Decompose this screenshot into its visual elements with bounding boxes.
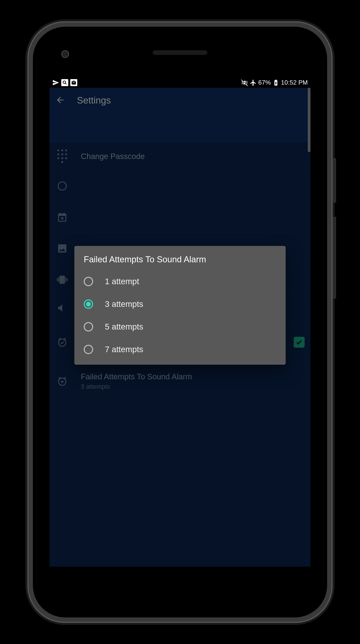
radio-selected-icon <box>84 300 93 309</box>
alarm-checkbox[interactable] <box>294 337 305 348</box>
setting-label: Failed Attempts To Sound Alarm <box>81 372 305 382</box>
airplane-icon <box>250 79 257 86</box>
calendar-delete-icon <box>55 212 69 223</box>
setting-change-passcode[interactable]: Change Passcode <box>50 142 310 170</box>
send-icon <box>52 79 59 86</box>
image-icon <box>55 243 69 254</box>
setting-row-hidden-1[interactable] <box>50 170 310 202</box>
clock-icon <box>55 180 69 192</box>
phone-bezel: 67% 10:52 PM Settings <box>33 27 327 618</box>
app-header: Settings <box>50 88 310 113</box>
search-badge-icon <box>61 79 68 86</box>
radio-label: 1 attempt <box>105 277 139 286</box>
screen: 67% 10:52 PM Settings <box>50 78 310 567</box>
radio-icon <box>84 345 93 354</box>
radio-label: 3 attempts <box>105 300 143 309</box>
setting-label: Change Passcode <box>81 152 305 161</box>
alarm-add-icon <box>55 376 69 387</box>
status-left-icons <box>52 79 77 86</box>
app-content: Settings <box>50 88 310 567</box>
dialog-title: Failed Attempts To Sound Alarm <box>74 254 286 270</box>
setting-row-hidden-2[interactable] <box>50 202 310 233</box>
battery-charging-icon <box>272 79 279 86</box>
status-right: 67% 10:52 PM <box>241 79 308 86</box>
front-camera <box>61 50 69 58</box>
phone-device-frame: 67% 10:52 PM Settings <box>27 21 333 623</box>
radio-label: 5 attempts <box>105 322 143 332</box>
radio-option-5-attempts[interactable]: 5 attempts <box>74 316 286 338</box>
dialog-options: 1 attempt 3 attempts 5 attempts 7 a <box>74 270 286 361</box>
dialpad-icon <box>55 150 69 163</box>
power-button <box>333 158 336 203</box>
setting-failed-attempts[interactable]: Failed Attempts To Sound Alarm 3 attempt… <box>50 364 310 399</box>
radio-option-7-attempts[interactable]: 7 attempts <box>74 338 286 361</box>
radio-icon <box>84 277 93 286</box>
section-spacer <box>50 113 310 142</box>
page-title: Settings <box>77 95 111 106</box>
status-bar: 67% 10:52 PM <box>50 78 310 88</box>
radio-icon <box>84 322 93 332</box>
radio-option-3-attempts[interactable]: 3 attempts <box>74 293 286 316</box>
alarm-check-icon <box>55 337 69 348</box>
vibrate-off-icon <box>241 79 248 86</box>
radio-option-1-attempt[interactable]: 1 attempt <box>74 270 286 293</box>
scrollbar-thumb[interactable] <box>308 88 310 152</box>
setting-sub: 3 attempts <box>81 383 305 391</box>
vibrate-icon <box>55 274 69 285</box>
volume-button <box>333 216 336 299</box>
failed-attempts-dialog: Failed Attempts To Sound Alarm 1 attempt… <box>74 246 286 365</box>
battery-percent: 67% <box>258 79 271 86</box>
briefcase-check-icon <box>70 79 77 86</box>
radio-label: 7 attempts <box>105 345 143 354</box>
svg-point-1 <box>58 182 66 190</box>
earpiece-speaker <box>153 50 207 55</box>
volume-icon <box>55 302 69 314</box>
phone-top-bezel <box>33 27 327 78</box>
back-arrow-icon[interactable] <box>55 95 65 106</box>
clock-time: 10:52 PM <box>281 79 308 86</box>
